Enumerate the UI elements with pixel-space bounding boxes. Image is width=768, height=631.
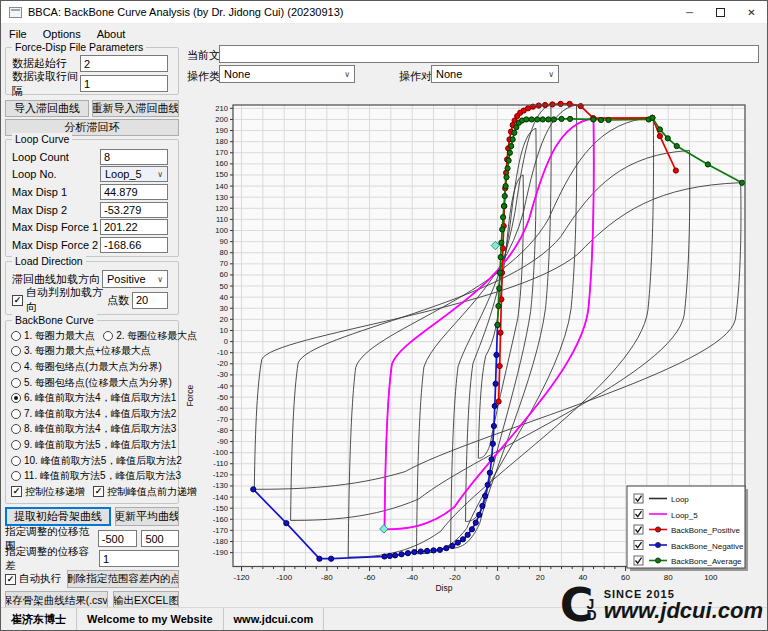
backbone-option-11[interactable]: 11. 峰值前取方法5，峰值后取方法3 (11, 469, 181, 483)
radio-icon[interactable] (11, 424, 21, 434)
hysteresis-chart[interactable]: -190-180-170-160-150-140-130-120-110-100… (184, 87, 764, 595)
update-average-button[interactable]: 更新平均曲线 (115, 507, 179, 526)
legend-label[interactable]: BackBone_Positive (671, 526, 740, 535)
legend-label[interactable]: Loop (671, 495, 689, 504)
current-file-input[interactable] (219, 45, 759, 63)
y-tick-label: -90 (217, 437, 228, 446)
close-button[interactable]: ✕ (736, 1, 767, 23)
backbone-group: BackBone Curve 1. 每圈力最大点2. 每圈位移最大点3. 每圈力… (5, 320, 179, 504)
backbone-option-9[interactable]: 9. 峰值前取方法5，峰值后取方法1 (11, 438, 176, 452)
check-force-increase[interactable]: 控制峰值点前力递增 (93, 485, 197, 499)
backbone_negative-point (329, 556, 334, 561)
x-tick-label: -80 (321, 573, 333, 582)
menu-item-about[interactable]: About (89, 26, 134, 42)
radio-icon[interactable] (11, 331, 21, 341)
loop-no-select[interactable]: Loop_5∨ (100, 166, 168, 182)
legend-checkbox-Loop[interactable] (634, 494, 643, 503)
y-tick-label: -180 (213, 537, 228, 546)
window-title: BBCA: BackBone Curve Analysis (by Dr. Ji… (28, 6, 344, 18)
legend-checkbox-BackBone_Positive[interactable] (634, 525, 643, 534)
delete-points-button[interactable]: 删除指定范围容差内的点 (67, 570, 179, 588)
auto-exec-label: 自动执行 (19, 572, 67, 586)
legend-checkbox-BackBone_Negative[interactable] (634, 541, 643, 550)
radio-icon[interactable] (11, 456, 21, 466)
check-disp-increase[interactable]: 控制位移递增 (11, 485, 85, 499)
points-count-input[interactable]: 20 (132, 292, 168, 309)
backbone-option-10[interactable]: 10. 峰值前取方法5，峰值后取方法2 (11, 454, 182, 468)
backbone_negative-point (382, 554, 387, 559)
backbone-option-4[interactable]: 4. 每圈包络点(力最大点为分界) (11, 360, 162, 374)
legend-checkbox-BackBone_Average[interactable] (634, 556, 643, 565)
loop-row-input[interactable]: 201.22 (100, 219, 168, 235)
backbone_average-point (498, 255, 503, 260)
backbone-option-6[interactable]: 6. 峰值前取方法4，峰值后取方法1 (11, 391, 176, 405)
file-params-title: Force-Disp File Parameters (12, 41, 146, 53)
backbone_average-point (495, 322, 500, 327)
menu-item-options[interactable]: Options (35, 26, 89, 42)
loop-row-input[interactable]: 44.879 (100, 184, 168, 200)
y-tick-label: -110 (213, 459, 228, 468)
data-interval-input[interactable]: 1 (80, 75, 168, 92)
op-type-select[interactable]: None∨ (219, 65, 355, 83)
extract-backbone-button[interactable]: 提取初始骨架曲线 (5, 507, 111, 526)
reimport-curve-button[interactable]: 重新导入滞回曲线 (92, 100, 179, 117)
radio-icon[interactable] (11, 471, 21, 481)
check-force-increase-box[interactable] (93, 486, 104, 497)
load-direction-select[interactable]: Positive∨ (102, 270, 168, 288)
loop-row-label: Loop Count (12, 151, 100, 163)
chevron-down-icon: ∨ (157, 170, 163, 179)
radio-icon[interactable] (11, 440, 21, 450)
status-panel-2[interactable]: www.jdcui.com (224, 608, 325, 630)
check-disp-increase-box[interactable] (11, 486, 22, 497)
y-tick-label: 170 (215, 148, 228, 157)
radio-icon[interactable] (11, 378, 21, 388)
disp-tolerance-input[interactable]: 1 (99, 550, 179, 567)
disp-range-min-input[interactable]: -500 (98, 530, 138, 547)
backbone-option-1[interactable]: 1. 每圈力最大点 (11, 329, 95, 343)
y-tick-label: 30 (220, 304, 228, 313)
legend-checkbox-Loop_5[interactable] (634, 510, 643, 519)
backbone_average-point (739, 180, 744, 185)
backbone-option-8[interactable]: 8. 峰值前取方法4，峰值后取方法3 (11, 422, 176, 436)
backbone_negative-point (251, 487, 256, 492)
backbone_average-point (705, 162, 710, 167)
radio-icon[interactable] (11, 393, 21, 403)
data-start-row-input[interactable]: 2 (80, 55, 168, 72)
menu-item-file[interactable]: File (1, 26, 35, 42)
auto-direction-checkbox[interactable] (12, 295, 23, 306)
radio-icon[interactable] (11, 409, 21, 419)
op-target-select[interactable]: None∨ (431, 65, 559, 83)
auto-exec-checkbox[interactable] (5, 574, 16, 585)
status-panel-1[interactable]: Welcome to my Website (77, 608, 224, 630)
y-tick-label: 60 (220, 270, 228, 279)
y-tick-label: 200 (215, 115, 228, 124)
legend-label[interactable]: Loop_5 (671, 511, 698, 520)
backbone_negative-point (469, 527, 474, 532)
backbone-option-7[interactable]: 7. 峰值前取方法4，峰值后取方法2 (11, 407, 176, 421)
radio-icon[interactable] (11, 362, 21, 372)
backbone_positive-point (558, 101, 563, 106)
radio-icon[interactable] (103, 331, 113, 341)
backbone-option-5[interactable]: 5. 每圈包络点(位移最大点为分界) (11, 376, 172, 390)
legend-label[interactable]: BackBone_Negative (671, 542, 744, 551)
maximize-button[interactable] (705, 1, 736, 23)
backbone_positive-point (498, 330, 503, 335)
backbone-option-3[interactable]: 3. 每圈力最大点+位移最大点 (11, 344, 151, 358)
radio-icon[interactable] (11, 346, 21, 356)
backbone_negative-point (473, 520, 478, 525)
y-tick-label: 160 (215, 159, 228, 168)
x-tick-label: 80 (664, 573, 673, 582)
y-tick-label: -70 (217, 415, 228, 424)
x-axis-label: Disp (435, 583, 452, 593)
loop-row-input[interactable]: -53.279 (100, 202, 168, 218)
loop-row-input[interactable]: -168.66 (100, 237, 168, 253)
chevron-down-icon: ∨ (344, 70, 350, 79)
import-curve-button[interactable]: 导入滞回曲线 (5, 100, 89, 117)
chevron-down-icon: ∨ (157, 275, 163, 284)
loop-row-input[interactable]: 8 (100, 149, 168, 165)
minimize-button[interactable]: ─ (674, 1, 705, 23)
legend-label[interactable]: BackBone_Average (671, 557, 742, 566)
disp-range-max-input[interactable]: 500 (141, 530, 179, 547)
backbone_average-point (496, 303, 501, 308)
y-tick-label: -100 (213, 448, 228, 457)
